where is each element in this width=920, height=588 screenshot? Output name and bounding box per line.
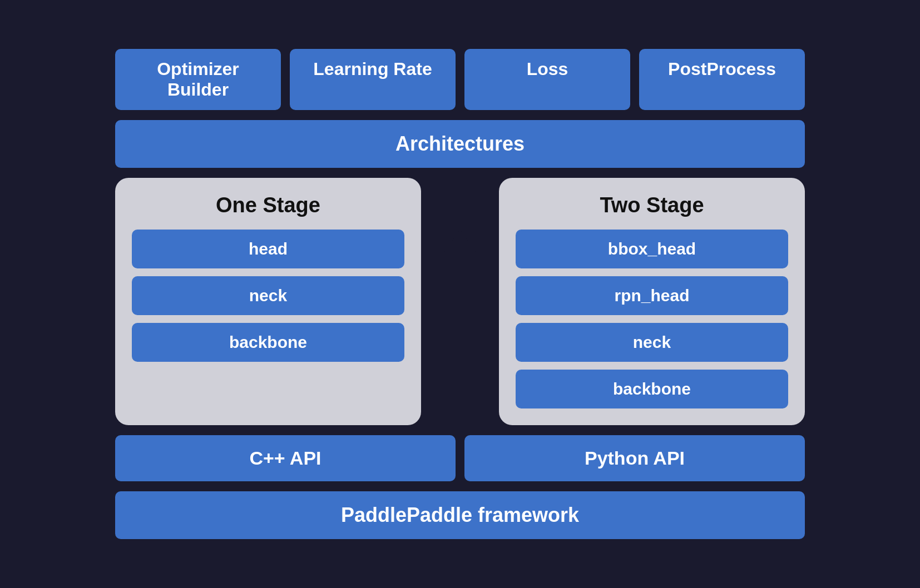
two-stage-items: bbox_head rpn_head neck backbone <box>516 230 788 408</box>
postprocess-button[interactable]: PostProcess <box>639 49 805 110</box>
up-arrow <box>437 230 483 374</box>
two-stage-title: Two Stage <box>516 193 788 217</box>
two-stage-neck[interactable]: neck <box>516 323 788 362</box>
python-api-button[interactable]: Python API <box>464 435 805 481</box>
paddle-framework-bar[interactable]: PaddlePaddle framework <box>115 491 805 539</box>
diagram-container: Optimizer Builder Learning Rate Loss Pos… <box>98 32 822 556</box>
two-stage-box: Two Stage bbox_head rpn_head neck backbo… <box>499 178 805 425</box>
one-stage-backbone[interactable]: backbone <box>132 323 404 362</box>
arrow-body-shape <box>452 263 468 374</box>
top-row: Optimizer Builder Learning Rate Loss Pos… <box>115 49 805 110</box>
optimizer-builder-button[interactable]: Optimizer Builder <box>115 49 281 110</box>
learning-rate-button[interactable]: Learning Rate <box>290 49 456 110</box>
loss-button[interactable]: Loss <box>464 49 630 110</box>
two-stage-backbone[interactable]: backbone <box>516 370 788 408</box>
one-stage-items: head neck backbone <box>132 230 404 362</box>
one-stage-title: One Stage <box>132 193 404 217</box>
cpp-api-button[interactable]: C++ API <box>115 435 456 481</box>
two-stage-rpn-head[interactable]: rpn_head <box>516 276 788 315</box>
arrow-head-shape <box>437 230 483 263</box>
one-stage-neck[interactable]: neck <box>132 276 404 315</box>
one-stage-head[interactable]: head <box>132 230 404 268</box>
one-stage-box: One Stage head neck backbone <box>115 178 421 425</box>
two-stage-bbox-head[interactable]: bbox_head <box>516 230 788 268</box>
architectures-bar[interactable]: Architectures <box>115 120 805 168</box>
middle-section: One Stage head neck backbone Two Stage b… <box>115 178 805 425</box>
api-row: C++ API Python API <box>115 435 805 481</box>
arrow-column <box>421 178 499 425</box>
